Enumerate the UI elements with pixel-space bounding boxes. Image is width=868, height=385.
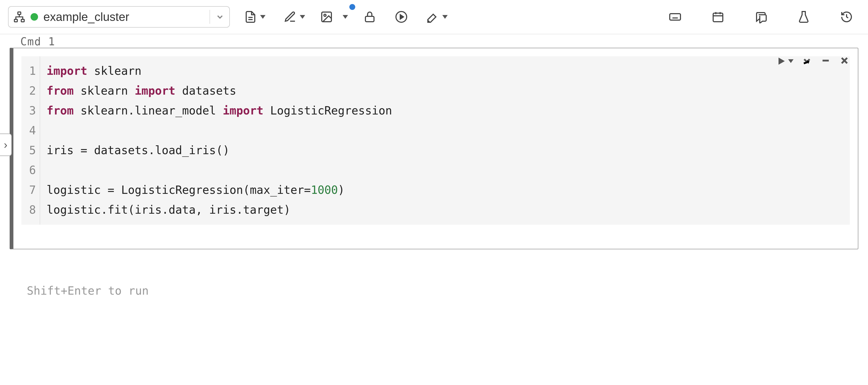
line-number: 5 [22, 141, 40, 160]
svg-rect-7 [365, 17, 374, 22]
chevron-down-icon[interactable] [215, 12, 224, 22]
svg-point-6 [324, 14, 326, 17]
line-number: 3 [22, 101, 40, 121]
divider [210, 10, 210, 24]
run-hint: Shift+Enter to run [27, 284, 868, 297]
cell-action-bar [776, 55, 850, 67]
cluster-selector[interactable]: example_cluster [8, 6, 230, 28]
file-menu-button[interactable] [240, 6, 270, 28]
svg-rect-1 [14, 19, 18, 22]
cluster-name: example_cluster [43, 10, 204, 24]
cluster-status-dot [31, 13, 38, 21]
edit-menu-button[interactable] [280, 6, 309, 28]
svg-marker-21 [778, 58, 785, 65]
caret-down-icon [260, 15, 266, 19]
line-number: 4 [22, 121, 40, 141]
caret-down-icon [442, 15, 448, 19]
line-gutter: 12345678 [22, 56, 40, 225]
run-cell-button[interactable] [776, 56, 794, 66]
svg-marker-9 [400, 15, 403, 19]
line-number: 8 [22, 200, 40, 220]
code-editor[interactable]: 12345678 import sklearnfrom sklearn impo… [22, 56, 850, 225]
keyboard-shortcuts-button[interactable] [664, 6, 686, 28]
sidebar-expand-handle[interactable]: › [0, 134, 12, 156]
svg-rect-16 [713, 13, 723, 22]
clear-menu-button[interactable] [422, 6, 452, 28]
schedule-button[interactable] [707, 6, 729, 28]
run-all-button[interactable] [391, 6, 412, 28]
code-cell[interactable]: 12345678 import sklearnfrom sklearn impo… [10, 48, 858, 249]
svg-rect-0 [18, 12, 21, 14]
permissions-lock-button[interactable] [359, 6, 380, 28]
delete-cell-button[interactable] [839, 55, 850, 67]
code-content[interactable]: import sklearnfrom sklearn import datase… [40, 56, 850, 225]
minimize-cell-button[interactable] [820, 55, 831, 67]
notebook-toolbar: example_cluster [0, 0, 868, 34]
line-number: 6 [22, 160, 40, 180]
notification-dot-icon [349, 4, 355, 10]
hierarchy-icon [13, 11, 25, 23]
line-number: 7 [22, 180, 40, 200]
line-number: 1 [22, 61, 40, 81]
comments-button[interactable] [750, 6, 772, 28]
revision-history-button[interactable] [836, 6, 857, 28]
caret-down-icon [788, 59, 794, 63]
caret-down-icon [343, 15, 348, 19]
view-menu-button[interactable] [319, 6, 349, 28]
caret-down-icon [300, 15, 305, 19]
cell-label: Cmd 1 [20, 35, 858, 48]
svg-rect-10 [670, 14, 680, 20]
svg-rect-2 [21, 19, 24, 22]
experiments-button[interactable] [793, 6, 814, 28]
line-number: 2 [22, 81, 40, 101]
